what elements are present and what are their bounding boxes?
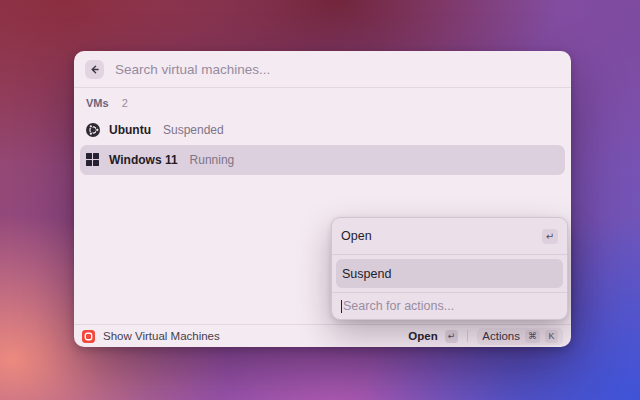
status-bar: Show Virtual Machines Open ↵ Actions ⌘ K <box>74 324 571 347</box>
command-key-icon: ⌘ <box>525 330 540 343</box>
vm-name: Ubuntu <box>109 123 151 137</box>
return-key-icon: ↵ <box>445 330 459 343</box>
text-cursor <box>341 300 342 313</box>
list-item-windows-11[interactable]: Windows 11 Running <box>80 145 565 175</box>
windows-icon <box>86 153 100 167</box>
arrow-left-icon <box>89 64 100 75</box>
actions-popup: Open ↵ Suspend <box>331 217 568 320</box>
actions-button-label: Actions <box>482 330 520 342</box>
divider <box>467 330 468 342</box>
search-bar <box>74 51 571 88</box>
ubuntu-icon <box>86 123 100 137</box>
section-count: 2 <box>122 97 128 109</box>
k-key-icon: K <box>545 330 558 343</box>
action-label: Open <box>341 229 372 243</box>
vm-app-icon <box>82 330 95 343</box>
actions-search[interactable] <box>332 293 567 319</box>
return-key-icon: ↵ <box>542 229 558 244</box>
search-input[interactable] <box>115 62 560 77</box>
back-button[interactable] <box>85 60 104 79</box>
action-item-suspend[interactable]: Suspend <box>336 259 563 288</box>
vm-status: Suspended <box>163 123 224 137</box>
launcher-window: VMs 2 Ubuntu Susp <box>74 51 571 347</box>
section-label: VMs <box>86 97 109 109</box>
list-item-ubuntu[interactable]: Ubuntu Suspended <box>80 115 565 145</box>
primary-action-button[interactable]: Open <box>408 330 437 342</box>
actions-button[interactable]: Actions ⌘ K <box>477 328 563 345</box>
section-header: VMs 2 <box>80 92 565 115</box>
action-item-open[interactable]: Open ↵ <box>332 218 567 254</box>
actions-search-input[interactable] <box>343 299 558 313</box>
vm-name: Windows 11 <box>109 153 178 167</box>
status-bar-title: Show Virtual Machines <box>103 330 220 342</box>
desktop-background: VMs 2 Ubuntu Susp <box>0 0 640 400</box>
vm-status: Running <box>190 153 235 167</box>
action-label: Suspend <box>342 267 391 281</box>
divider <box>332 254 567 255</box>
status-bar-actions: Open ↵ Actions ⌘ K <box>408 328 563 345</box>
